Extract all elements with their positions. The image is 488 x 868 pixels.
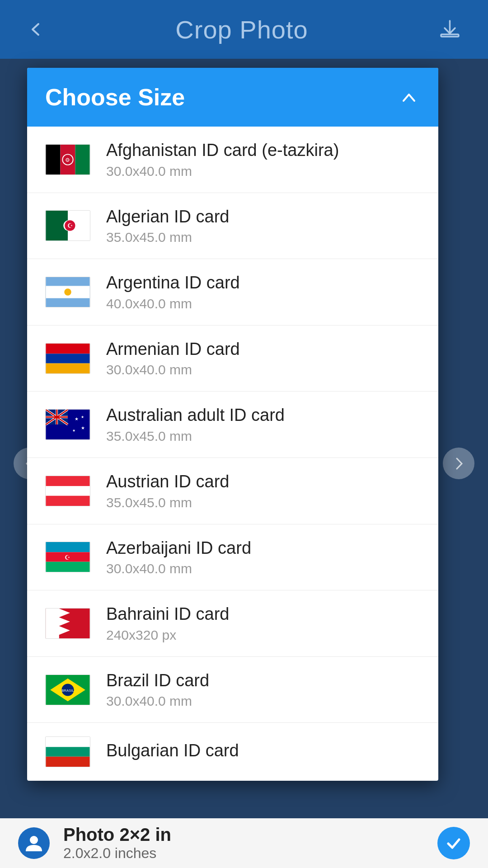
svg-text:☪: ☪ bbox=[67, 222, 73, 229]
svg-text:★: ★ bbox=[75, 416, 79, 421]
svg-rect-47 bbox=[46, 747, 89, 757]
svg-text:★: ★ bbox=[72, 429, 75, 433]
svg-rect-15 bbox=[46, 344, 89, 354]
svg-text:BRASIL: BRASIL bbox=[61, 688, 74, 692]
svg-rect-17 bbox=[46, 363, 89, 373]
bottom-subtitle: 2.0x2.0 inches bbox=[63, 845, 424, 862]
svg-rect-34 bbox=[46, 495, 89, 505]
flag-bahrain bbox=[45, 608, 90, 639]
svg-rect-0 bbox=[441, 34, 459, 37]
modal-title: Choose Size bbox=[45, 84, 185, 111]
flag-algeria: ☪ bbox=[45, 210, 90, 241]
item-size: 40.0x40.0 mm bbox=[106, 296, 420, 311]
item-name: Azerbaijani ID card bbox=[106, 538, 420, 559]
choose-size-modal: Choose Size ⚙ bbox=[27, 68, 438, 781]
item-name: Afghanistan ID card (e-tazkira) bbox=[106, 140, 420, 161]
svg-rect-33 bbox=[46, 486, 89, 495]
list-item[interactable]: Armenian ID card 30.0x40.0 mm bbox=[27, 326, 438, 392]
app-header: Crop Photo bbox=[0, 0, 488, 59]
right-control[interactable] bbox=[443, 448, 474, 479]
flag-armenia bbox=[45, 343, 90, 374]
item-name: Bahraini ID card bbox=[106, 604, 420, 625]
item-size: 35.0x45.0 mm bbox=[106, 495, 420, 510]
list-item[interactable]: Bulgarian ID card bbox=[27, 723, 438, 781]
item-size: 30.0x40.0 mm bbox=[106, 693, 420, 709]
flag-bulgaria bbox=[45, 736, 90, 767]
back-button[interactable] bbox=[23, 16, 50, 43]
list-item[interactable]: ☪ Algerian ID card 35.0x45.0 mm bbox=[27, 193, 438, 259]
list-item[interactable]: Argentina ID card 40.0x40.0 mm bbox=[27, 259, 438, 326]
photo-background: Choose Size ⚙ bbox=[0, 59, 488, 868]
svg-point-14 bbox=[64, 288, 71, 296]
svg-rect-32 bbox=[46, 476, 89, 486]
item-size: 30.0x40.0 mm bbox=[106, 561, 420, 576]
bottom-bar: Photo 2×2 in 2.0x2.0 inches bbox=[0, 818, 488, 868]
item-size: 30.0x40.0 mm bbox=[106, 164, 420, 179]
flag-austria bbox=[45, 476, 90, 506]
svg-rect-48 bbox=[46, 757, 89, 767]
item-size: 35.0x45.0 mm bbox=[106, 429, 420, 444]
svg-rect-16 bbox=[46, 354, 89, 363]
flag-azerbaijan: ☪ bbox=[45, 542, 90, 572]
item-size: 30.0x40.0 mm bbox=[106, 362, 420, 377]
collapse-button[interactable] bbox=[398, 86, 420, 108]
modal-header: Choose Size bbox=[27, 68, 438, 127]
download-button[interactable] bbox=[434, 14, 465, 45]
svg-rect-4 bbox=[75, 145, 90, 175]
item-name: Bulgarian ID card bbox=[106, 741, 420, 761]
person-avatar bbox=[18, 827, 50, 859]
item-name: Brazil ID card bbox=[106, 670, 420, 691]
flag-argentina bbox=[45, 277, 90, 307]
flag-afghanistan: ⚙ bbox=[45, 144, 90, 175]
bottom-title: Photo 2×2 in bbox=[63, 825, 424, 845]
list-item[interactable]: ★ ★ ★ ★ Australian adult ID card 35.0x45… bbox=[27, 392, 438, 458]
item-size: 240x320 px bbox=[106, 627, 420, 643]
svg-rect-35 bbox=[46, 542, 89, 552]
flag-australia: ★ ★ ★ ★ bbox=[45, 409, 90, 440]
list-item[interactable]: ⚙ Afghanistan ID card (e-tazkira) 30.0x4… bbox=[27, 127, 438, 193]
svg-text:★: ★ bbox=[81, 425, 85, 430]
svg-rect-46 bbox=[46, 737, 89, 747]
list-item[interactable]: BRASIL Brazil ID card 30.0x40.0 mm bbox=[27, 657, 438, 723]
flag-brazil: BRASIL bbox=[45, 675, 90, 705]
page-title: Crop Photo bbox=[175, 15, 308, 44]
svg-point-49 bbox=[30, 836, 38, 844]
confirm-button[interactable] bbox=[437, 827, 470, 859]
svg-text:★: ★ bbox=[81, 415, 84, 420]
svg-rect-2 bbox=[46, 145, 60, 175]
item-name: Armenian ID card bbox=[106, 339, 420, 360]
svg-rect-37 bbox=[46, 562, 89, 572]
list-item[interactable]: Bahraini ID card 240x320 px bbox=[27, 590, 438, 657]
svg-text:⚙: ⚙ bbox=[66, 157, 70, 163]
list-item[interactable]: Austrian ID card 35.0x45.0 mm bbox=[27, 458, 438, 524]
svg-text:☪: ☪ bbox=[65, 554, 71, 561]
item-name: Algerian ID card bbox=[106, 207, 420, 227]
item-name: Argentina ID card bbox=[106, 273, 420, 293]
list-item[interactable]: ☪ Azerbaijani ID card 30.0x40.0 mm bbox=[27, 524, 438, 591]
id-card-list: ⚙ Afghanistan ID card (e-tazkira) 30.0x4… bbox=[27, 127, 438, 781]
item-size: 35.0x45.0 mm bbox=[106, 230, 420, 245]
item-name: Austrian ID card bbox=[106, 472, 420, 492]
item-name: Australian adult ID card bbox=[106, 405, 420, 426]
